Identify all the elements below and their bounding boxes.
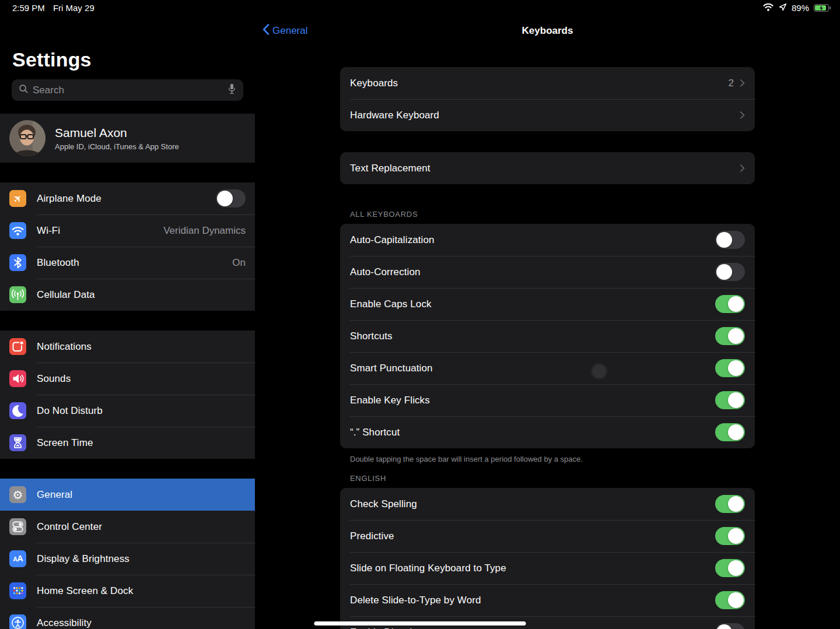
auto-capitalization-toggle-knob <box>716 232 732 248</box>
moon-icon <box>9 402 26 419</box>
sidebar-item-label: Notifications <box>37 341 92 353</box>
row-label: Enable Caps Lock <box>350 298 432 310</box>
row-slide-on-floating-keyboard-to-type: Slide on Floating Keyboard to Type <box>340 552 755 584</box>
ipad-settings-screen: 2:59 PM Fri May 29 89% Settings <box>0 0 840 629</box>
row-text-replacement[interactable]: Text Replacement <box>340 152 755 184</box>
microphone-icon[interactable] <box>228 83 236 97</box>
row-label: Keyboards <box>350 78 398 89</box>
enable-caps-lock-toggle[interactable] <box>715 295 745 313</box>
row-right <box>715 295 745 313</box>
search-input[interactable] <box>33 85 223 96</box>
sidebar-item-do-not-disturb[interactable]: Do Not Disturb <box>0 395 255 427</box>
row-label: Shortcuts <box>350 331 393 342</box>
row-right <box>715 359 745 377</box>
page-title: Keyboards <box>255 25 840 37</box>
section-header-english: ENGLISH <box>340 474 755 483</box>
wi-fi-detail: Veridian Dynamics <box>163 225 246 237</box>
control-center-icon <box>9 518 26 535</box>
row-label: Enable Dictation <box>350 627 423 629</box>
row-label: Delete Slide-to-Type by Word <box>350 595 481 606</box>
status-time: 2:59 PM <box>12 3 45 13</box>
smart-punctuation-toggle[interactable] <box>715 359 745 377</box>
section-footer: Double tapping the space bar will insert… <box>340 454 755 464</box>
keyboards-pane: General Keyboards Keyboards2Hardware Key… <box>255 0 840 629</box>
airplane-mode-toggle[interactable] <box>216 189 246 208</box>
sidebar-item-right: On <box>232 257 246 269</box>
search-field[interactable] <box>12 79 243 101</box>
sidebar-item-airplane-mode[interactable]: ✈Airplane Mode <box>0 182 255 215</box>
slide-on-floating-keyboard-to-type-toggle[interactable] <box>715 559 745 577</box>
delete-slide-to-type-by-word-toggle-knob <box>728 592 744 608</box>
shortcut-toggle[interactable] <box>715 423 745 441</box>
sidebar-item-label: Do Not Disturb <box>37 405 103 417</box>
row-right <box>715 559 745 577</box>
row-right <box>715 591 745 609</box>
settings-card-4: Check SpellingPredictiveSlide on Floatin… <box>340 488 755 629</box>
bluetooth-detail: On <box>232 257 246 269</box>
settings-card-1: Keyboards2Hardware Keyboard <box>340 67 755 131</box>
row-shortcut: “.” Shortcut <box>340 416 755 448</box>
sounds-icon <box>9 370 26 387</box>
sidebar-item-bluetooth[interactable]: BluetoothOn <box>0 247 255 279</box>
sidebar-item-general[interactable]: ⚙General <box>0 479 255 511</box>
sidebar-item-home-screen-dock[interactable]: Home Screen & Dock <box>0 575 255 607</box>
settings-sidebar: Settings Samuel Axon Apple ID, iCloud, i… <box>0 0 255 629</box>
profile-row[interactable]: Samuel Axon Apple ID, iCloud, iTunes & A… <box>0 114 255 163</box>
sidebar-item-wi-fi[interactable]: Wi-FiVeridian Dynamics <box>0 215 255 247</box>
home-indicator[interactable] <box>314 621 526 626</box>
row-right <box>715 263 745 281</box>
enable-caps-lock-toggle-knob <box>728 296 744 312</box>
row-label: Predictive <box>350 530 394 542</box>
accessibility-icon <box>9 614 26 629</box>
row-label: Smart Punctuation <box>350 363 433 374</box>
battery-percent: 89% <box>792 3 809 13</box>
row-enable-caps-lock: Enable Caps Lock <box>340 288 755 320</box>
delete-slide-to-type-by-word-toggle[interactable] <box>715 591 745 609</box>
profile-name: Samuel Axon <box>55 126 179 140</box>
sidebar-item-notifications[interactable]: Notifications <box>0 331 255 363</box>
row-label: Enable Key Flicks <box>350 395 430 406</box>
sidebar-item-label: Sounds <box>37 373 71 385</box>
auto-correction-toggle-knob <box>716 264 732 280</box>
row-keyboards[interactable]: Keyboards2 <box>340 67 755 99</box>
bluetooth-icon <box>9 254 26 271</box>
sidebar-item-label: General <box>37 489 72 501</box>
enable-dictation-toggle[interactable] <box>715 623 745 629</box>
sidebar-item-label: Bluetooth <box>37 257 79 269</box>
row-enable-key-flicks: Enable Key Flicks <box>340 384 755 416</box>
auto-capitalization-toggle[interactable] <box>715 231 745 249</box>
check-spelling-toggle-knob <box>728 496 744 512</box>
sidebar-item-display-brightness[interactable]: AADisplay & Brightness <box>0 543 255 575</box>
sidebar-item-screen-time[interactable]: Screen Time <box>0 427 255 459</box>
sidebar-item-cellular-data[interactable]: Cellular Data <box>0 279 255 311</box>
auto-correction-toggle[interactable] <box>715 263 745 281</box>
row-hardware-keyboard[interactable]: Hardware Keyboard <box>340 99 755 131</box>
slide-on-floating-keyboard-to-type-toggle-knob <box>728 560 744 576</box>
row-right <box>715 231 745 249</box>
row-right <box>715 327 745 345</box>
sidebar-item-right: Veridian Dynamics <box>163 225 246 237</box>
sidebar-item-sounds[interactable]: Sounds <box>0 363 255 395</box>
sidebar-item-control-center[interactable]: Control Center <box>0 511 255 543</box>
predictive-toggle[interactable] <box>715 527 745 545</box>
row-right <box>715 527 745 545</box>
shortcuts-toggle-knob <box>728 328 744 344</box>
row-right: 2 <box>729 78 745 89</box>
row-label: Text Replacement <box>350 163 430 174</box>
shortcut-toggle-knob <box>728 424 744 440</box>
svg-text:A: A <box>17 554 23 563</box>
notifications-icon <box>9 338 26 355</box>
enable-key-flicks-toggle[interactable] <box>715 391 745 409</box>
hourglass-icon <box>9 434 26 451</box>
sidebar-item-accessibility[interactable]: Accessibility <box>0 607 255 629</box>
sidebar-item-label: Display & Brightness <box>37 553 130 565</box>
sidebar-groups: ✈Airplane ModeWi-FiVeridian DynamicsBlue… <box>0 182 255 629</box>
cellular-icon <box>9 286 26 303</box>
row-smart-punctuation: Smart Punctuation <box>340 352 755 384</box>
row-right <box>740 164 745 173</box>
smart-punctuation-toggle-knob <box>728 360 744 376</box>
check-spelling-toggle[interactable] <box>715 495 745 513</box>
shortcuts-toggle[interactable] <box>715 327 745 345</box>
sidebar-item-label: Wi-Fi <box>37 225 60 237</box>
chevron-right-icon <box>740 79 745 87</box>
